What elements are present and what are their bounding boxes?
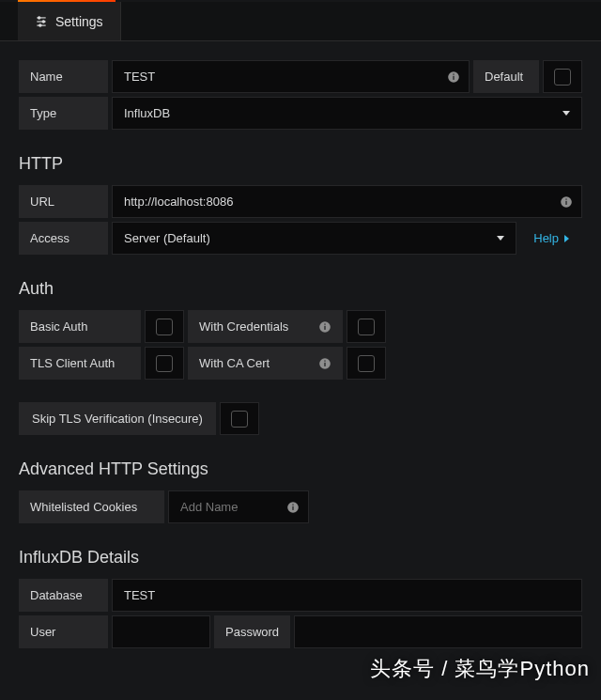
skip-tls-label: Skip TLS Verification (Insecure)	[19, 402, 216, 435]
influxdb-section-title: InfluxDB Details	[19, 548, 582, 568]
database-label: Database	[19, 579, 108, 612]
tls-client-auth-label: TLS Client Auth	[19, 347, 141, 380]
with-ca-cert-checkbox-cell	[347, 347, 386, 380]
caret-down-icon	[497, 236, 504, 241]
chevron-right-icon	[564, 235, 569, 242]
with-ca-cert-label: With CA Cert	[188, 347, 343, 380]
whitelisted-cookies-label: Whitelisted Cookies	[19, 490, 164, 523]
info-icon[interactable]	[286, 501, 300, 514]
access-select[interactable]: Server (Default)	[112, 222, 516, 255]
password-label: Password	[214, 615, 290, 648]
sliders-icon	[35, 15, 48, 28]
user-input[interactable]	[112, 615, 210, 648]
svg-rect-11	[565, 198, 566, 199]
svg-rect-19	[292, 506, 293, 509]
info-icon[interactable]	[318, 320, 331, 334]
caret-down-icon	[562, 111, 570, 116]
default-label: Default	[473, 60, 539, 93]
tab-label: Settings	[55, 14, 103, 29]
help-label: Help	[533, 231, 559, 245]
svg-rect-10	[565, 200, 566, 204]
svg-rect-7	[453, 75, 454, 79]
type-label: Type	[19, 97, 108, 130]
access-value: Server (Default)	[124, 231, 210, 245]
with-credentials-label: With Credentials	[188, 310, 343, 343]
svg-rect-20	[292, 504, 293, 505]
default-checkbox[interactable]	[554, 69, 571, 86]
type-select[interactable]: InfluxDB	[112, 97, 582, 130]
name-label: Name	[19, 60, 108, 93]
skip-tls-checkbox[interactable]	[231, 411, 248, 428]
http-section-title: HTTP	[19, 154, 582, 174]
basic-auth-label: Basic Auth	[19, 310, 141, 343]
database-input[interactable]	[112, 579, 582, 612]
svg-point-5	[39, 23, 41, 25]
svg-rect-8	[453, 73, 454, 74]
info-icon[interactable]	[447, 70, 460, 84]
with-credentials-checkbox-cell	[347, 310, 386, 343]
auth-section-title: Auth	[19, 279, 582, 299]
type-value: InfluxDB	[124, 106, 170, 120]
svg-rect-13	[324, 325, 325, 329]
tls-client-auth-checkbox-cell	[145, 347, 184, 380]
svg-rect-16	[324, 362, 325, 366]
password-input[interactable]	[294, 615, 582, 648]
with-ca-cert-checkbox[interactable]	[358, 355, 375, 372]
info-icon[interactable]	[318, 357, 331, 370]
tls-client-auth-checkbox[interactable]	[156, 355, 173, 372]
tab-settings[interactable]: Settings	[18, 2, 121, 40]
with-credentials-checkbox[interactable]	[358, 319, 375, 335]
svg-point-4	[42, 20, 44, 22]
info-icon[interactable]	[560, 195, 573, 209]
tab-bar: Settings	[0, 2, 601, 41]
basic-auth-checkbox-cell	[145, 310, 184, 343]
svg-rect-14	[324, 323, 325, 324]
user-label: User	[19, 615, 108, 648]
name-input[interactable]	[112, 60, 470, 93]
advanced-section-title: Advanced HTTP Settings	[19, 459, 582, 479]
url-input[interactable]	[112, 185, 582, 218]
svg-point-3	[39, 16, 40, 18]
svg-rect-17	[324, 360, 325, 361]
help-link[interactable]: Help	[520, 222, 582, 255]
default-checkbox-cell	[543, 60, 582, 93]
skip-tls-checkbox-cell	[220, 402, 259, 435]
url-label: URL	[19, 185, 108, 218]
access-label: Access	[19, 222, 108, 255]
basic-auth-checkbox[interactable]	[156, 319, 173, 335]
settings-form: Name Default Type InfluxDB HTTP URL Acce…	[0, 41, 601, 671]
